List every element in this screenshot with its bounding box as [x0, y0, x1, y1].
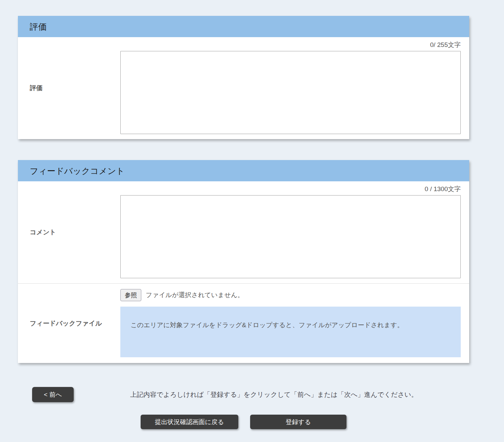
- register-button[interactable]: 登録する: [250, 415, 346, 429]
- footer-actions: 提出状況確認画面に戻る 登録する: [18, 415, 469, 429]
- no-file-selected-text: ファイルが選択されていません。: [146, 291, 244, 300]
- file-dropzone[interactable]: このエリアに対象ファイルをドラッグ&ドロップすると、ファイルがアップロードされま…: [120, 307, 461, 357]
- evaluation-section: 評価 評価 0/ 255文字: [18, 16, 469, 139]
- evaluation-row: 評価 0/ 255文字: [18, 37, 469, 139]
- feedback-file-label: フィードバックファイル: [18, 284, 120, 363]
- comment-textarea[interactable]: [120, 195, 461, 278]
- feedback-section: フィードバックコメント コメント 0 / 1300文字 フィードバックファイル …: [18, 160, 469, 363]
- feedback-file-content: 参照 ファイルが選択されていません。 このエリアに対象ファイルをドラッグ&ドロッ…: [120, 284, 469, 363]
- comment-char-counter: 0 / 1300文字: [120, 181, 461, 195]
- back-to-submission-status-button[interactable]: 提出状況確認画面に戻る: [141, 415, 238, 429]
- browse-file-button[interactable]: 参照: [120, 289, 141, 301]
- evaluation-label: 評価: [18, 37, 120, 139]
- comment-label: コメント: [18, 181, 120, 283]
- comment-content: 0 / 1300文字: [120, 181, 469, 283]
- evaluation-content: 0/ 255文字: [120, 37, 469, 139]
- feedback-section-header: フィードバックコメント: [18, 160, 469, 181]
- evaluation-section-header: 評価: [18, 16, 469, 37]
- prev-button[interactable]: < 前へ: [32, 387, 74, 402]
- evaluation-char-counter: 0/ 255文字: [120, 37, 461, 51]
- file-input: 参照 ファイルが選択されていません。: [120, 289, 461, 301]
- footer-navigation: < 前へ 上記内容でよろしければ「登録する」をクリックして「前へ」または「次へ」…: [32, 387, 504, 402]
- evaluation-textarea[interactable]: [120, 51, 461, 134]
- instruction-text: 上記内容でよろしければ「登録する」をクリックして「前へ」または「次へ」進んでくだ…: [130, 390, 418, 399]
- feedback-file-row: フィードバックファイル 参照 ファイルが選択されていません。 このエリアに対象フ…: [18, 283, 469, 363]
- comment-row: コメント 0 / 1300文字: [18, 181, 469, 283]
